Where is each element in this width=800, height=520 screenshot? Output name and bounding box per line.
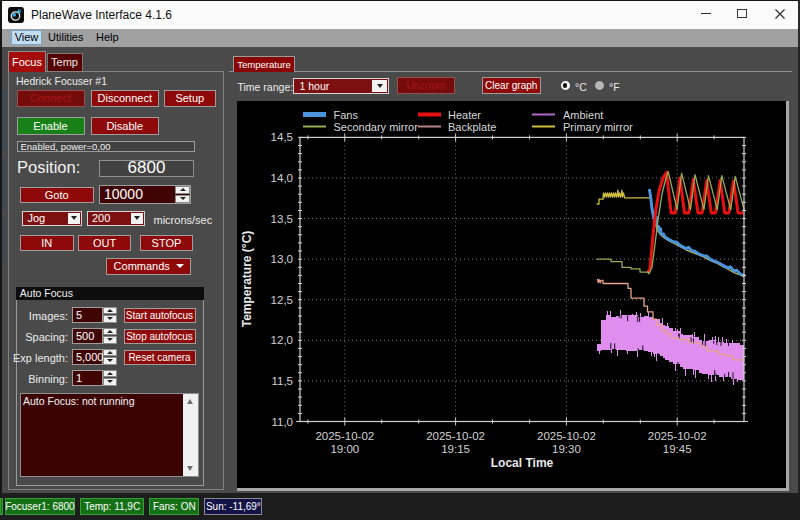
- svg-text:Temperature (°C): Temperature (°C): [240, 231, 254, 328]
- svg-text:Primary mirror: Primary mirror: [563, 121, 633, 133]
- svg-text:Backplate: Backplate: [448, 121, 496, 133]
- svg-text:Heater: Heater: [448, 109, 481, 121]
- svg-text:11,5: 11,5: [271, 375, 293, 387]
- svg-text:13,0: 13,0: [271, 253, 293, 265]
- svg-text:12,5: 12,5: [271, 294, 293, 306]
- svg-text:19:00: 19:00: [330, 443, 359, 455]
- svg-text:Ambient: Ambient: [563, 109, 603, 121]
- svg-text:19:30: 19:30: [552, 443, 581, 455]
- svg-text:2025-10-02: 2025-10-02: [426, 430, 485, 442]
- svg-text:14,0: 14,0: [271, 172, 293, 184]
- svg-text:19:15: 19:15: [441, 443, 470, 455]
- svg-text:14,5: 14,5: [271, 131, 293, 143]
- svg-text:19:45: 19:45: [663, 443, 692, 455]
- svg-text:Secondary mirror: Secondary mirror: [334, 121, 419, 133]
- svg-text:Local Time: Local Time: [491, 456, 554, 470]
- svg-text:12,0: 12,0: [271, 334, 293, 346]
- svg-text:2025-10-02: 2025-10-02: [537, 430, 596, 442]
- svg-text:Fans: Fans: [334, 109, 359, 121]
- svg-text:2025-10-02: 2025-10-02: [648, 430, 707, 442]
- svg-text:2025-10-02: 2025-10-02: [315, 430, 374, 442]
- svg-text:11,0: 11,0: [271, 416, 293, 428]
- svg-text:13,5: 13,5: [271, 213, 293, 225]
